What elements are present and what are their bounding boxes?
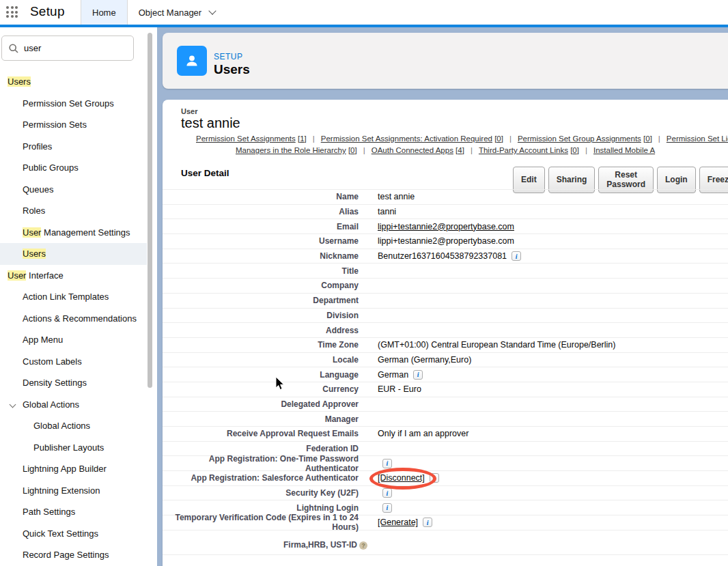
field-label: Language (163, 370, 367, 380)
sidebar-item-label: Public Groups (23, 162, 79, 173)
related-link-count: 1 (300, 135, 304, 143)
sidebar-item-label: Global Actions (23, 399, 79, 410)
sidebar-item-label: Path Settings (23, 507, 75, 517)
field-row-locale: LocaleGerman (Germany,Euro) (163, 353, 728, 368)
related-link-permission-set-assignments-activation-required[interactable]: Permission Set Assignments: Activation R… (321, 135, 503, 143)
related-link-third-party-account-links[interactable]: Third-Party Account Links [0] (479, 146, 579, 154)
sidebar-item-permission-sets[interactable]: Permission Sets (0, 114, 147, 136)
related-link-installed-mobile-a[interactable]: Installed Mobile A (593, 146, 655, 154)
quick-find-input[interactable] (24, 43, 126, 53)
field-label: Security Key (U2F) (163, 488, 367, 498)
sidebar-item-action-link-templates[interactable]: Action Link Templates (0, 286, 147, 308)
sidebar-item-app-menu[interactable]: App Menu (0, 329, 147, 351)
info-icon[interactable]: i (430, 473, 439, 483)
related-link-permission-set-group-assignments[interactable]: Permission Set Group Assignments [0] (518, 135, 652, 143)
related-links-row-1: Permission Set Assignments [1]|Permissio… (196, 135, 728, 143)
value-link[interactable]: lippi+testannie2@propertybase.com (378, 222, 514, 231)
sidebar-item-global-actions[interactable]: Global Actions (0, 394, 147, 416)
sidebar-item-label: Roles (23, 206, 45, 216)
app-launcher-icon[interactable] (6, 6, 20, 19)
app-title: Setup (30, 4, 65, 19)
info-icon[interactable]: i (382, 488, 392, 498)
sidebar-item-record-page-settings[interactable]: Record Page Settings (0, 544, 147, 566)
sidebar-item-permission-set-groups[interactable]: Permission Set Groups (0, 93, 147, 115)
related-link-oauth-connected-apps[interactable]: OAuth Connected Apps [4] (372, 146, 464, 154)
setup-nav-list: UsersPermission Set GroupsPermission Set… (0, 71, 147, 566)
field-label: Email (163, 222, 367, 231)
sidebar-item-roles[interactable]: Roles (0, 200, 147, 222)
info-icon[interactable]: i (423, 518, 432, 527)
footer-field-row: Firma,HRB, UST-ID? (163, 535, 728, 555)
tab-object-manager[interactable]: Object Manager (128, 0, 227, 25)
field-row-currency: CurrencyEUR - Euro (163, 382, 728, 397)
sidebar-item-label: Lightning App Builder (23, 464, 107, 474)
sidebar-item-quick-text-settings[interactable]: Quick Text Settings (0, 523, 147, 545)
related-link-permission-set-assignments[interactable]: Permission Set Assignments [1] (196, 135, 307, 143)
sidebar-item-user-management-settings[interactable]: User Management Settings (0, 222, 147, 244)
field-label: Nickname (163, 251, 367, 261)
field-row-department: Department (163, 294, 728, 309)
related-link-permission-set-license-assignment[interactable]: Permission Set License Assignment (667, 135, 728, 143)
sidebar-item-public-groups[interactable]: Public Groups (0, 157, 147, 179)
field-label: Username (163, 236, 367, 246)
sidebar-item-label: User Interface (8, 270, 64, 281)
info-icon[interactable]: i (382, 503, 392, 513)
sidebar-scrollbar-track[interactable] (147, 27, 157, 566)
sidebar-item-label: Users (8, 76, 31, 87)
field-value: Benutzer16371604538792337081i (367, 251, 521, 261)
field-row-manager: Manager (163, 412, 728, 427)
sidebar-item-global-actions[interactable]: Global Actions (0, 415, 147, 437)
field-row-username: Usernamelippi+testannie2@propertybase.co… (163, 234, 728, 249)
sidebar-item-queues[interactable]: Queues (0, 179, 147, 201)
sidebar-item-user-interface[interactable]: User Interface (0, 265, 147, 287)
tab-home[interactable]: Home (81, 0, 128, 25)
value-link[interactable]: [Generate] (378, 518, 418, 527)
field-value: tanni (367, 207, 396, 216)
sidebar-item-label: User Management Settings (23, 227, 130, 238)
sidebar-item-custom-labels[interactable]: Custom Labels (0, 351, 147, 373)
related-link-count: 0 (572, 146, 576, 154)
info-icon[interactable]: i (382, 459, 392, 468)
field-label: Name (163, 192, 367, 201)
sidebar-item-profiles[interactable]: Profiles (0, 136, 147, 158)
sidebar-item-path-settings[interactable]: Path Settings (0, 501, 147, 523)
field-label: Alias (163, 207, 367, 216)
search-highlight: User (23, 227, 41, 238)
value-text: tanni (378, 207, 396, 216)
field-row-email: Emaillippi+testannie2@propertybase.com (163, 219, 728, 234)
tab-label: Home (92, 8, 116, 18)
value-link[interactable]: [Disconnect] (378, 473, 425, 483)
page-header: SETUP Users (163, 33, 728, 89)
value-text: German (Germany,Euro) (378, 355, 471, 365)
field-value: Only if I am an approver (367, 429, 468, 438)
sidebar-scrollbar-thumb[interactable] (148, 33, 152, 388)
sidebar-item-lightning-extension[interactable]: Lightning Extension (0, 480, 147, 502)
info-icon[interactable]: i (512, 251, 521, 261)
field-label: App Registration: Salesforce Authenticat… (163, 473, 367, 483)
annotated-value: [Disconnect] (378, 473, 425, 483)
quick-find[interactable] (1, 36, 134, 61)
field-label: Department (163, 296, 367, 305)
search-highlight: Users (23, 249, 46, 259)
sidebar-item-users[interactable]: Users (0, 243, 147, 265)
field-row-temporary-verification-code-expires-in-1-to-24-hours: Temporary Verification Code (Expires in … (163, 515, 728, 530)
sidebar-item-actions-recommendations[interactable]: Actions & Recommendations (0, 308, 147, 330)
info-icon[interactable]: i (413, 370, 423, 380)
search-highlight: User (8, 270, 26, 281)
sidebar-item-label: Action Link Templates (23, 292, 109, 302)
field-label: Firma,HRB, UST-ID? (163, 540, 367, 550)
sidebar-item-publisher-layouts[interactable]: Publisher Layouts (0, 437, 147, 459)
users-object-icon (177, 46, 207, 76)
related-link-managers-in-the-role-hierarchy[interactable]: Managers in the Role Hierarchy [0] (236, 146, 357, 154)
help-icon[interactable]: ? (359, 541, 367, 550)
field-label: Company (163, 281, 367, 290)
field-rows: Nametest annieAliastanniEmaillippi+testa… (163, 189, 728, 530)
link-separator: | (471, 146, 473, 154)
setup-sidebar: UsersPermission Set GroupsPermission Set… (0, 27, 147, 566)
sidebar-item-users[interactable]: Users (0, 71, 147, 93)
field-value: [Disconnect]i (367, 473, 439, 483)
sidebar-item-density-settings[interactable]: Density Settings (0, 372, 147, 394)
sidebar-item-lightning-app-builder[interactable]: Lightning App Builder (0, 458, 147, 480)
sidebar-item-label: App Menu (23, 335, 63, 345)
field-label: App Registration: One-Time Password Auth… (163, 454, 367, 473)
